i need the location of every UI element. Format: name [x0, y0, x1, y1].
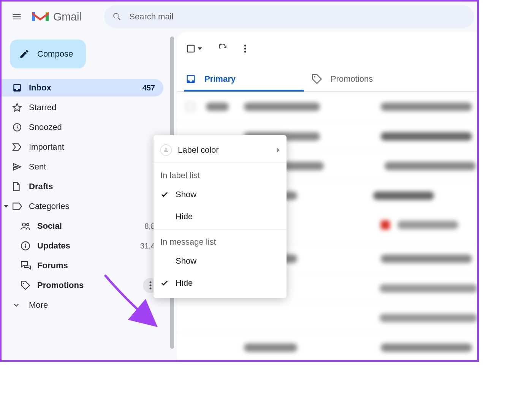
search-bar[interactable]: Search mail — [104, 5, 474, 28]
pencil-icon — [19, 49, 30, 59]
sidebar-item-more[interactable]: More — [2, 296, 163, 314]
sidebar-item-drafts[interactable]: Drafts — [2, 178, 163, 195]
inbox-icon — [185, 74, 196, 84]
message-row[interactable] — [177, 303, 477, 332]
tab-promotions[interactable]: Promotions — [312, 67, 373, 91]
svg-point-4 — [25, 244, 26, 245]
message-row[interactable] — [177, 332, 477, 360]
color-swatch-icon: a — [160, 144, 172, 156]
gmail-logo[interactable]: Gmail — [30, 9, 81, 24]
chevron-right-icon — [277, 147, 280, 153]
svg-point-12 — [244, 51, 246, 53]
menu-item-msglist-show[interactable]: Show — [154, 250, 287, 272]
menu-section-message-list: In message list — [154, 231, 287, 250]
sidebar-item-inbox[interactable]: Inbox 457 — [2, 79, 163, 97]
svg-point-11 — [244, 48, 246, 50]
tag-icon — [312, 74, 322, 84]
menu-item-label-color[interactable]: a Label color — [154, 139, 287, 161]
search-placeholder: Search mail — [129, 12, 173, 22]
message-row[interactable] — [177, 92, 477, 121]
clock-icon — [12, 122, 22, 132]
caret-down-icon — [4, 204, 8, 209]
select-all-checkbox[interactable] — [186, 44, 202, 53]
refresh-icon — [218, 44, 228, 54]
label-context-menu: a Label color In label list Show Hide In… — [154, 135, 287, 298]
check-icon — [160, 279, 169, 287]
menu-item-labellist-show[interactable]: Show — [154, 184, 287, 206]
more-vert-icon — [149, 281, 152, 290]
sidebar-item-sent[interactable]: Sent — [2, 158, 163, 176]
svg-point-10 — [244, 45, 246, 47]
main-menu-button[interactable] — [6, 6, 27, 27]
people-icon — [21, 222, 31, 230]
hamburger-icon — [11, 11, 22, 22]
svg-point-8 — [150, 288, 152, 290]
chevron-down-icon — [12, 301, 21, 309]
svg-point-7 — [150, 285, 152, 286]
checkbox-icon — [186, 44, 195, 53]
menu-section-label-list: In label list — [154, 165, 287, 184]
sidebar-item-starred[interactable]: Starred — [2, 99, 163, 116]
sidebar-item-important[interactable]: Important — [2, 138, 163, 156]
tab-primary[interactable]: Primary — [185, 67, 236, 91]
sidebar: Compose Inbox 457 Starred Snoozed Import… — [2, 32, 169, 360]
search-icon — [112, 11, 122, 22]
sidebar-item-forums[interactable]: Forums — [2, 257, 163, 274]
refresh-button[interactable] — [218, 44, 228, 54]
sidebar-item-updates[interactable]: Updates 31,4 — [2, 237, 163, 255]
sidebar-item-snoozed[interactable]: Snoozed — [2, 119, 163, 136]
file-icon — [12, 182, 21, 192]
check-icon — [160, 190, 169, 199]
inbox-icon — [12, 83, 22, 93]
svg-rect-9 — [187, 45, 194, 52]
important-icon — [12, 143, 22, 151]
send-icon — [12, 162, 22, 172]
label-icon — [12, 202, 23, 210]
inbox-count: 457 — [142, 84, 163, 92]
menu-item-msglist-hide[interactable]: Hide — [154, 272, 287, 294]
svg-point-6 — [150, 282, 152, 283]
more-vert-icon — [244, 44, 246, 53]
star-icon — [12, 103, 22, 112]
caret-down-icon — [198, 46, 202, 51]
gmail-logo-icon — [30, 9, 50, 24]
menu-item-labellist-hide[interactable]: Hide — [154, 206, 287, 228]
sidebar-item-categories[interactable]: Categories — [2, 198, 163, 215]
svg-point-1 — [22, 223, 25, 226]
sidebar-item-social[interactable]: Social 8,8 — [2, 217, 163, 235]
compose-button[interactable]: Compose — [10, 40, 86, 68]
svg-point-2 — [27, 223, 29, 226]
toolbar-more-button[interactable] — [244, 44, 246, 53]
svg-point-13 — [314, 76, 315, 78]
compose-label: Compose — [37, 49, 73, 59]
tag-icon — [21, 280, 30, 290]
sidebar-item-promotions[interactable]: Promotions — [2, 277, 163, 294]
info-icon — [21, 241, 30, 251]
forums-icon — [21, 261, 31, 271]
svg-point-5 — [23, 283, 24, 284]
product-name: Gmail — [53, 11, 81, 23]
